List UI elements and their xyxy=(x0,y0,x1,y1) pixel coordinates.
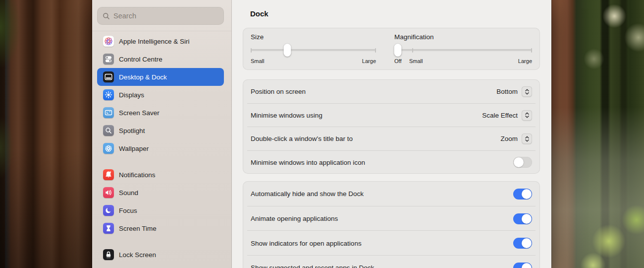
show-suggested-recent-toggle[interactable] xyxy=(513,263,532,268)
sidebar-item-label: Screen Time xyxy=(119,225,157,232)
sidebar-item-desktop-dock[interactable]: Desktop & Dock xyxy=(97,68,224,86)
sidebar-item-wallpaper[interactable]: Wallpaper xyxy=(97,139,224,157)
search-input[interactable]: Search xyxy=(97,7,224,25)
position-on-screen-select[interactable]: Bottom xyxy=(496,86,532,97)
position-on-screen-row: Position on screen Bottom xyxy=(243,80,539,104)
minimise-windows-using-value: Scale Effect xyxy=(482,112,518,119)
sound-icon xyxy=(103,187,114,198)
dock-section-title: Dock xyxy=(250,9,268,18)
settings-sidebar: Search Apple Intelligence & Siri Control… xyxy=(92,0,232,268)
size-min-label: Small xyxy=(251,58,265,64)
apple-intelligence-siri-icon xyxy=(103,36,114,47)
magnification-slider-thumb[interactable] xyxy=(394,44,402,57)
search-icon xyxy=(103,12,110,20)
magnification-slider-label: Magnification xyxy=(394,33,434,41)
minimise-windows-using-row: Minimise windows using Scale Effect xyxy=(243,104,539,128)
size-slider-thumb[interactable] xyxy=(283,44,291,57)
chevron-up-down-icon[interactable] xyxy=(522,110,532,121)
size-slider[interactable] xyxy=(251,49,376,51)
show-indicators-row: Show indicators for open applications xyxy=(243,231,539,256)
sidebar-item-displays[interactable]: Displays xyxy=(97,86,224,104)
sidebar-item-label: Sound xyxy=(119,189,138,197)
sidebar-item-label: Apple Intelligence & Siri xyxy=(119,38,190,45)
animate-opening-label: Animate opening applications xyxy=(251,215,338,222)
system-settings-screen: Search Apple Intelligence & Siri Control… xyxy=(0,0,644,268)
dock-size-slider-group: Size Small Large xyxy=(251,28,376,70)
sidebar-item-notifications[interactable]: Notifications xyxy=(97,166,224,184)
displays-icon xyxy=(103,89,114,100)
magnification-max-label: Large xyxy=(518,58,532,64)
minimise-into-app-icon-row: Minimise windows into application icon xyxy=(243,151,539,175)
sidebar-item-label: Desktop & Dock xyxy=(119,73,167,81)
sidebar-item-spotlight[interactable]: Spotlight xyxy=(97,122,224,139)
magnification-min-label: Small xyxy=(409,58,423,64)
double-click-title-bar-row: Double-click a window's title bar to Zoo… xyxy=(243,127,539,151)
size-max-label: Large xyxy=(362,58,376,64)
show-suggested-recent-label: Show suggested and recent apps in Dock xyxy=(251,264,374,268)
focus-icon xyxy=(103,205,114,216)
desktop-dock-pane: Dock Size Small Large Magnifi xyxy=(232,0,551,268)
wallpaper-icon xyxy=(103,143,114,154)
sidebar-item-label: Screen Saver xyxy=(119,109,160,117)
sidebar-item-focus[interactable]: Focus xyxy=(97,201,224,219)
sidebar-item-label: Displays xyxy=(119,91,144,99)
animate-opening-row: Animate opening applications xyxy=(243,206,539,231)
spotlight-icon xyxy=(103,125,114,136)
show-indicators-label: Show indicators for open applications xyxy=(251,240,362,247)
show-indicators-toggle[interactable] xyxy=(513,238,532,249)
desktop-wallpaper-right xyxy=(551,0,644,268)
dock-sliders-card: Size Small Large Magnification xyxy=(243,28,540,70)
sidebar-item-screen-time[interactable]: Screen Time xyxy=(97,219,224,237)
sidebar-item-label: Wallpaper xyxy=(119,145,149,152)
chevron-up-down-icon[interactable] xyxy=(522,86,532,97)
sidebar-item-label: Lock Screen xyxy=(119,251,156,259)
sidebar-item-lock-screen[interactable]: Lock Screen xyxy=(97,246,224,264)
sidebar-item-label: Spotlight xyxy=(119,127,145,134)
control-centre-icon xyxy=(103,54,114,65)
notifications-icon xyxy=(103,169,114,180)
chevron-up-down-icon[interactable] xyxy=(522,134,532,144)
sidebar-item-screen-saver[interactable]: Screen Saver xyxy=(97,104,224,122)
minimise-windows-using-label: Minimise windows using xyxy=(251,112,322,119)
sidebar-item-label: Notifications xyxy=(119,171,156,179)
system-settings-window: Search Apple Intelligence & Siri Control… xyxy=(92,0,551,268)
sidebar-item-label: Control Centre xyxy=(119,56,162,63)
double-click-title-bar-select[interactable]: Zoom xyxy=(500,134,532,144)
double-click-title-bar-value: Zoom xyxy=(500,135,518,142)
position-on-screen-value: Bottom xyxy=(496,88,518,95)
position-on-screen-label: Position on screen xyxy=(251,88,306,95)
magnification-off-label: Off xyxy=(394,58,401,64)
auto-hide-dock-toggle[interactable] xyxy=(513,189,532,200)
size-slider-label: Size xyxy=(251,33,264,41)
magnification-slider[interactable] xyxy=(394,49,532,51)
auto-hide-dock-row: Automatically hide and show the Dock xyxy=(243,182,539,206)
screen-time-icon xyxy=(103,223,114,234)
animate-opening-toggle[interactable] xyxy=(513,213,532,224)
desktop-dock-icon xyxy=(103,71,114,82)
search-placeholder: Search xyxy=(113,12,136,20)
sidebar-item-control-centre[interactable]: Control Centre xyxy=(97,50,224,68)
minimise-into-app-icon-label: Minimise windows into application icon xyxy=(251,159,365,166)
sidebar-item-apple-intelligence-siri[interactable]: Apple Intelligence & Siri xyxy=(97,32,224,50)
sidebar-item-label: Focus xyxy=(119,207,137,214)
screen-saver-icon xyxy=(103,107,114,118)
minimise-windows-using-select[interactable]: Scale Effect xyxy=(482,110,532,121)
dock-behavior-card: Position on screen Bottom Minimise windo… xyxy=(243,79,540,174)
sidebar-divider xyxy=(92,31,231,31)
show-suggested-recent-row: Show suggested and recent apps in Dock xyxy=(243,256,539,268)
auto-hide-dock-label: Automatically hide and show the Dock xyxy=(251,190,364,198)
sidebar-item-sound[interactable]: Sound xyxy=(97,184,224,201)
dock-options-card: Automatically hide and show the Dock Ani… xyxy=(243,181,540,268)
minimise-into-app-icon-toggle[interactable] xyxy=(513,157,532,168)
desktop-wallpaper-left xyxy=(0,0,92,268)
double-click-title-bar-label: Double-click a window's title bar to xyxy=(251,135,353,142)
dock-magnification-slider-group: Magnification Off Small Large xyxy=(394,28,532,70)
lock-screen-icon xyxy=(103,249,114,260)
sidebar-nav: Apple Intelligence & Siri Control Centre… xyxy=(97,32,224,264)
